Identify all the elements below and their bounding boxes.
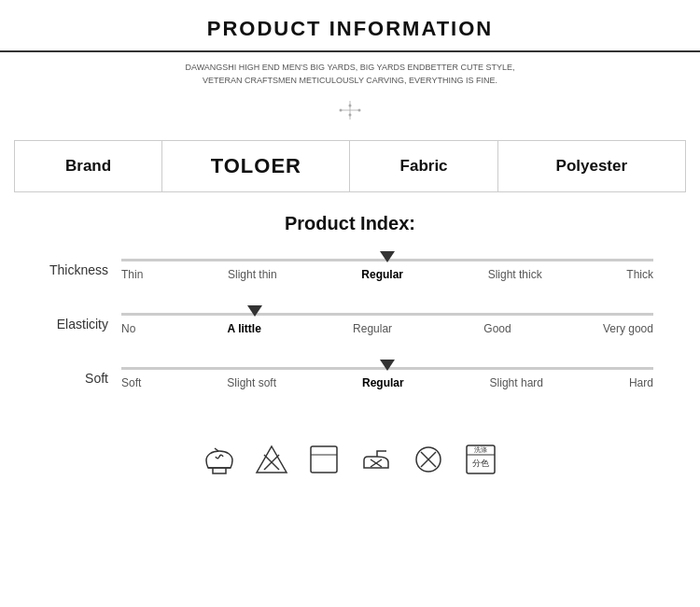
no-iron-icon [358,442,394,477]
svg-rect-10 [311,446,337,473]
slider-labels-0: ThinSlight thinRegularSlight thickThick [121,268,653,281]
index-row-0: ThicknessThinSlight thinRegularSlight th… [47,251,653,289]
index-label-2: Soft [47,371,121,386]
page-title: PRODUCT INFORMATION [0,17,700,41]
slider-label-0-0: Thin [121,268,143,281]
tumble-dry-icon [306,442,342,477]
index-label-1: Elasticity [47,317,121,332]
page-header: PRODUCT INFORMATION [0,0,700,52]
brand-value: TOLOER [162,141,350,192]
slider-labels-2: SoftSlight softRegularSlight hardHard [121,376,653,389]
index-rows: ThicknessThinSlight thinRegularSlight th… [0,251,700,397]
slider-marker-1 [247,305,262,317]
fabric-value: Polyester [497,141,685,192]
subtitle-line2: VETERAN CRAFTSMEN METICULOUSLY CARVING, … [19,75,681,88]
svg-point-1 [340,109,343,112]
svg-text:分色: 分色 [472,459,489,468]
brand-row: Brand TOLOER Fabric Polyester [15,141,686,192]
svg-text:洗涤: 洗涤 [474,446,487,453]
slider-marker-2 [380,360,395,371]
slider-label-0-3: Slight thick [488,268,542,281]
slider-label-2-2: Regular [362,376,404,389]
slider-label-1-0: No [121,322,135,335]
slider-label-2-0: Soft [121,376,141,389]
brand-table: Brand TOLOER Fabric Polyester [14,140,686,192]
svg-marker-7 [257,446,287,473]
index-row-1: ElasticityNoA littleRegularGoodVery good [47,305,653,343]
slider-label-0-2: Regular [361,268,403,281]
product-index-title: Product Index: [0,213,700,234]
slider-label-0-1: Slight thin [228,268,277,281]
slider-label-2-4: Hard [629,376,653,389]
subtitle-line1: DAWANGSHI HIGH END MEN'S BIG YARDS, BIG … [19,62,681,75]
deco-svg [322,96,378,124]
slider-0: ThinSlight thinRegularSlight thickThick [121,251,653,289]
slider-label-2-1: Slight soft [227,376,276,389]
slider-label-0-4: Thick [626,268,653,281]
slider-label-1-2: Regular [353,322,392,335]
slider-label-1-3: Good [483,322,511,335]
slider-labels-1: NoA littleRegularGoodVery good [121,322,653,335]
index-row-2: SoftSoftSlight softRegularSlight hardHar… [47,360,653,397]
color-separate-icon: 分色 洗涤 [463,442,498,477]
fabric-label: Fabric [350,141,497,192]
slider-2: SoftSlight softRegularSlight hardHard [121,360,653,397]
product-index-section: Product Index: ThicknessThinSlight thinR… [0,192,700,423]
brand-label: Brand [15,141,162,192]
slider-label-1-1: A little [228,322,261,335]
care-icons-row: 分色 洗涤 [0,423,700,496]
slider-track-1 [121,313,653,316]
index-label-0: Thickness [47,262,121,277]
deco-cross [0,92,700,140]
slider-label-1-4: Very good [603,322,653,335]
slider-marker-0 [380,251,395,262]
slider-label-2-3: Slight hard [490,376,543,389]
wash-icon [202,442,237,477]
no-bleach-icon [254,442,289,477]
subtitle-area: DAWANGSHI HIGH END MEN'S BIG YARDS, BIG … [0,52,700,92]
svg-point-2 [358,109,361,112]
no-dryclean-icon [411,442,446,477]
slider-1: NoA littleRegularGoodVery good [121,305,653,343]
